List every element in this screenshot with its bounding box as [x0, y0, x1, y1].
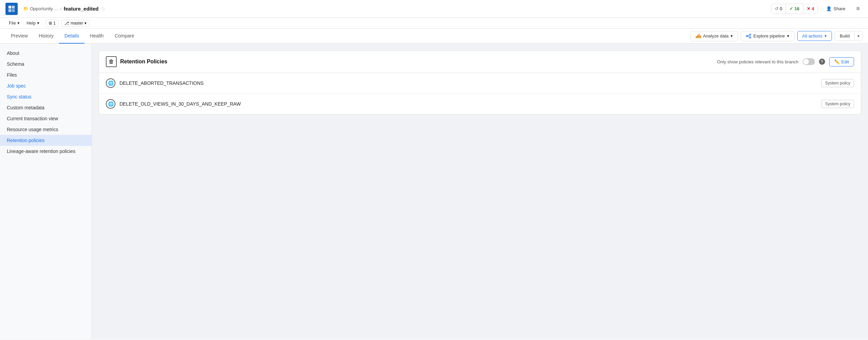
- svg-point-9: [750, 34, 751, 35]
- build-button-group: Build ▾: [835, 31, 863, 41]
- svg-rect-0: [9, 5, 11, 8]
- chevron-down-icon: ▾: [787, 33, 789, 38]
- help-icon[interactable]: ?: [819, 59, 825, 65]
- retention-policies-card: 🗑 Retention Policies Only show policies …: [99, 50, 861, 114]
- sidebar-item-sync-status[interactable]: Sync status: [0, 91, 92, 102]
- svg-rect-7: [700, 35, 701, 38]
- sidebar-item-lineage-aware[interactable]: Lineage-aware retention policies: [0, 146, 92, 157]
- sidebar-item-about[interactable]: About: [0, 48, 92, 59]
- refresh-status: ↺ 0: [771, 4, 786, 14]
- sidebar-item-resource-usage-metrics[interactable]: Resource usage metrics: [0, 124, 92, 135]
- status-badge[interactable]: ↺ 0 ✓ 16 ✕ 4: [771, 4, 818, 14]
- tab-preview[interactable]: Preview: [5, 29, 33, 44]
- sidebar-item-retention-policies[interactable]: Retention policies: [0, 135, 92, 146]
- policy-row: 🌐 DELETE_ABORTED_TRANSACTIONS System pol…: [99, 73, 861, 94]
- tab-health[interactable]: Health: [84, 29, 109, 44]
- breadcrumb-parent[interactable]: 📁 Opportunity ...: [23, 6, 58, 11]
- sidebar-item-current-transaction-view[interactable]: Current transaction view: [0, 113, 92, 124]
- svg-rect-5: [697, 35, 698, 38]
- menu-bar: File ▾ Help ▾ ⊞ 1 ⎇ master ▾: [0, 18, 868, 29]
- sidebar-item-files[interactable]: Files: [0, 69, 92, 80]
- svg-point-10: [750, 37, 751, 38]
- sidebar-item-job-spec[interactable]: Job spec: [0, 80, 92, 91]
- error-status: ✕ 4: [803, 4, 818, 14]
- share-button[interactable]: 👤 Share: [822, 4, 850, 13]
- policy-globe-icon: 🌐: [106, 78, 115, 88]
- svg-point-8: [746, 35, 748, 37]
- all-actions-button[interactable]: All actions ▾: [797, 31, 832, 41]
- svg-rect-4: [696, 36, 697, 38]
- retention-trash-icon: 🗑: [106, 56, 117, 67]
- file-menu[interactable]: File ▾: [5, 18, 23, 29]
- policy-name: DELETE_ABORTED_TRANSACTIONS: [119, 80, 821, 86]
- analyze-data-button[interactable]: Analyze data ▾: [690, 31, 738, 41]
- tab-compare[interactable]: Compare: [109, 29, 140, 44]
- policy-filter-label: Only show policies relevant to this bran…: [717, 59, 798, 64]
- x-count: 4: [812, 6, 814, 11]
- favorite-star-icon[interactable]: ☆: [101, 5, 106, 12]
- build-chevron-button[interactable]: ▾: [855, 32, 862, 41]
- tabs-right: Analyze data ▾ Explore pipeline ▾ All ac…: [690, 31, 863, 41]
- share-icon: 👤: [826, 6, 832, 11]
- tab-bar: Preview History Details Health Compare A…: [0, 29, 868, 44]
- chevron-down-icon: ▾: [84, 21, 86, 26]
- policy-row: 🌐 DELETE_OLD_VIEWS_IN_30_DAYS_AND_KEEP_R…: [99, 94, 861, 114]
- tab-details[interactable]: Details: [59, 29, 84, 44]
- explore-pipeline-button[interactable]: Explore pipeline ▾: [741, 31, 794, 41]
- refresh-icon: ↺: [775, 6, 778, 11]
- retention-controls: Only show policies relevant to this bran…: [717, 57, 854, 66]
- edit-button[interactable]: ✏️ Edit: [829, 57, 854, 66]
- system-policy-badge: System policy: [821, 100, 854, 108]
- svg-rect-2: [9, 9, 11, 12]
- retention-title-area: 🗑 Retention Policies: [106, 56, 717, 67]
- tabs-left: Preview History Details Health Compare: [5, 29, 690, 44]
- folder-icon: 📁: [23, 6, 29, 11]
- breadcrumb-current: feature_edited: [64, 6, 99, 12]
- workspace-badge[interactable]: ⊞ 1: [46, 20, 59, 27]
- breadcrumb: 📁 Opportunity ... › feature_edited ☆: [23, 5, 768, 12]
- top-bar-right: ↺ 0 ✓ 16 ✕ 4 👤 Share ≡: [771, 3, 863, 14]
- check-icon: ✓: [789, 6, 793, 11]
- sidebar: About Schema Files Job spec Sync status …: [0, 44, 92, 339]
- menu-button[interactable]: ≡: [853, 3, 863, 14]
- retention-title: Retention Policies: [120, 59, 167, 65]
- svg-line-12: [748, 36, 750, 37]
- tab-history[interactable]: History: [33, 29, 59, 44]
- content-panel: 🗑 Retention Policies Only show policies …: [92, 44, 868, 339]
- policy-globe-icon: 🌐: [106, 99, 115, 109]
- branch-icon: ⎇: [64, 21, 69, 26]
- policy-name: DELETE_OLD_VIEWS_IN_30_DAYS_AND_KEEP_RAW: [119, 101, 821, 107]
- chevron-down-icon: ▾: [824, 33, 827, 38]
- app-logo: [5, 3, 18, 15]
- main-content: About Schema Files Job spec Sync status …: [0, 44, 868, 339]
- top-bar: 📁 Opportunity ... › feature_edited ☆ ↺ 0…: [0, 0, 868, 18]
- svg-rect-6: [698, 34, 700, 38]
- chevron-down-icon: ▾: [37, 20, 39, 26]
- svg-rect-3: [12, 9, 15, 12]
- check-count: 16: [794, 6, 799, 11]
- x-icon: ✕: [807, 6, 810, 11]
- sidebar-item-schema[interactable]: Schema: [0, 59, 92, 69]
- chevron-down-icon: ▾: [17, 20, 20, 26]
- system-policy-badge: System policy: [821, 79, 854, 87]
- sidebar-item-custom-metadata[interactable]: Custom metadata: [0, 102, 92, 113]
- workspace-icon: ⊞: [49, 21, 52, 26]
- svg-rect-1: [12, 5, 15, 8]
- breadcrumb-separator: ›: [60, 6, 62, 12]
- chevron-down-icon: ▾: [730, 33, 733, 38]
- branch-filter-toggle[interactable]: [803, 58, 815, 65]
- help-menu[interactable]: Help ▾: [23, 18, 43, 29]
- check-status: ✓ 16: [786, 4, 803, 14]
- svg-line-11: [748, 35, 750, 36]
- retention-header: 🗑 Retention Policies Only show policies …: [99, 51, 861, 73]
- branch-selector[interactable]: ⎇ master ▾: [61, 20, 90, 27]
- refresh-count: 0: [780, 6, 782, 11]
- edit-pencil-icon: ✏️: [834, 59, 840, 64]
- build-button[interactable]: Build: [835, 31, 855, 41]
